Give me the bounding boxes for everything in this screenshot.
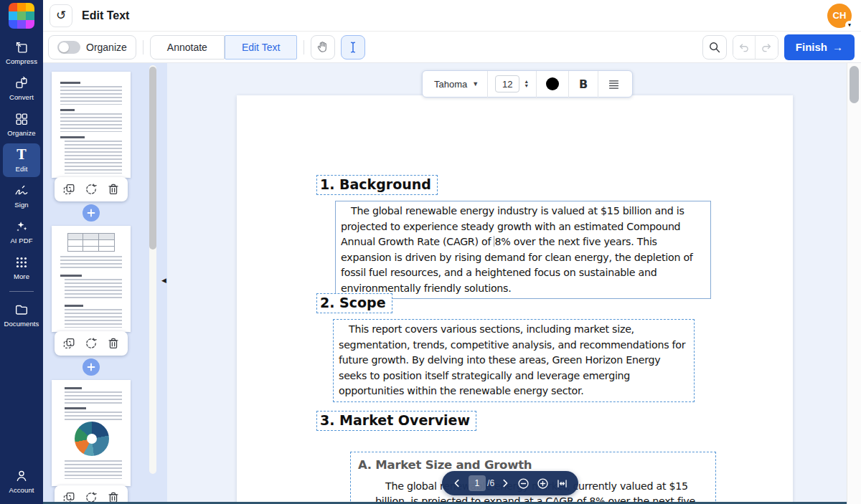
thumbnail-actions (55, 177, 128, 201)
text-color-swatch[interactable] (546, 77, 559, 90)
toolbar-separator (304, 40, 304, 54)
page-navigator: 1 /6 (442, 471, 578, 495)
finish-button[interactable]: Finish → (784, 34, 855, 60)
text-cursor-tool-button[interactable] (341, 35, 365, 60)
undo-button[interactable] (733, 36, 756, 59)
sidebar-item-compress[interactable]: Compress (3, 36, 40, 70)
edit-toolbar: Organize Annotate Edit Text (43, 32, 861, 63)
compress-icon (14, 39, 29, 55)
scrollbar-thumb[interactable] (850, 66, 859, 103)
hand-icon (316, 40, 330, 54)
bold-button[interactable]: B (569, 77, 598, 91)
edit-text-button[interactable]: Edit Text (225, 35, 297, 60)
annotate-button[interactable]: Annotate (150, 35, 225, 60)
font-family-select[interactable]: Tahoma ▼ (425, 79, 487, 90)
convert-icon (14, 75, 29, 91)
redo-icon (760, 41, 773, 54)
redo-button[interactable] (756, 36, 778, 59)
total-pages-label: /6 (487, 478, 494, 488)
sidebar-divider (9, 291, 34, 292)
edit-text-icon: T (17, 147, 26, 163)
align-justify-button[interactable] (598, 78, 629, 90)
ibeam-cursor-icon (347, 40, 359, 54)
app-sidebar: Compress Convert Organize T Edit Sign AI… (0, 0, 43, 504)
add-page-button[interactable] (83, 358, 100, 376)
page-thumbnail[interactable] (52, 226, 131, 332)
scrollbar-thumb[interactable] (149, 67, 156, 249)
grid-dots-icon (14, 255, 29, 270)
sidebar-item-documents[interactable]: Documents (3, 298, 40, 332)
canvas-scrollbar[interactable] (847, 63, 861, 504)
sidebar-item-ai-pdf[interactable]: AI PDF (3, 215, 40, 249)
zoom-out-button[interactable] (517, 477, 530, 490)
organize-toggle-button[interactable]: Organize (48, 35, 136, 60)
organize-toggle[interactable] (57, 41, 80, 54)
pie-chart-thumbnail (75, 422, 109, 456)
restart-button[interactable]: ↺ (50, 4, 72, 27)
sidebar-item-label: Sign (14, 201, 28, 209)
page-thumbnail[interactable] (52, 72, 131, 178)
sidebar-item-label: More (14, 272, 29, 280)
rotate-icon[interactable] (83, 336, 99, 351)
sidebar-item-label: Documents (4, 320, 39, 328)
trash-icon[interactable] (105, 181, 121, 197)
avatar[interactable]: CH ▾ (827, 4, 852, 28)
chevron-down-icon: ▾ (845, 21, 854, 29)
sidebar-item-account[interactable]: Account (3, 465, 40, 498)
signature-icon (14, 183, 29, 199)
hand-tool-button[interactable] (311, 35, 335, 60)
thumbnail-scrollbar[interactable] (149, 65, 156, 474)
duplicate-icon[interactable] (61, 336, 77, 351)
doc-heading-background[interactable]: 1. Background (316, 175, 438, 195)
font-size-stepper[interactable]: 12 ▲▼ (488, 75, 536, 92)
organize-icon (14, 111, 29, 127)
sidebar-item-edit[interactable]: T Edit (3, 143, 40, 177)
doc-paragraph-scope[interactable]: This report covers various sections, inc… (333, 319, 695, 402)
page-thumbnail[interactable] (52, 380, 131, 486)
rotate-icon[interactable] (83, 181, 99, 197)
organize-label: Organize (86, 42, 127, 53)
sidebar-item-sign[interactable]: Sign (3, 179, 40, 213)
folder-icon (14, 302, 29, 318)
app-logo[interactable] (9, 3, 34, 29)
decrease-size-icon[interactable]: ▼ (524, 84, 529, 89)
chevron-down-icon: ▼ (472, 80, 479, 87)
current-page-field[interactable]: 1 (469, 475, 486, 491)
arrow-right-icon: → (832, 41, 843, 53)
font-size-value[interactable]: 12 (495, 75, 519, 92)
doc-paragraph-background[interactable]: The global renewable energy industry is … (335, 201, 711, 299)
search-icon (707, 40, 721, 54)
doc-heading-scope[interactable]: 2. Scope (316, 293, 392, 313)
doc-heading-market-overview[interactable]: 3. Market Overview (316, 411, 476, 431)
restart-icon: ↺ (56, 8, 66, 23)
trash-icon[interactable] (105, 336, 121, 351)
page-title: Edit Text (82, 9, 129, 22)
thumbnail-panel: 1 (43, 63, 167, 504)
document-canvas: 1. Background The global renewable energ… (167, 63, 847, 504)
finish-label: Finish (796, 41, 827, 53)
undo-icon (738, 41, 751, 54)
text-format-toolbar: Tahoma ▼ 12 ▲▼ B (422, 70, 633, 98)
sidebar-item-label: Edit (16, 165, 28, 173)
page-thumbnail-3: 3 (52, 380, 131, 504)
sidebar-item-label: Compress (6, 57, 37, 65)
thumbnail-actions (55, 331, 128, 356)
font-family-value: Tahoma (434, 79, 467, 90)
sidebar-item-more[interactable]: More (3, 251, 40, 285)
sidebar-item-organize[interactable]: Organize (3, 108, 40, 141)
document-page[interactable]: 1. Background The global renewable energ… (237, 95, 793, 504)
search-button[interactable] (702, 35, 727, 60)
sidebar-item-label: Organize (7, 129, 35, 137)
sidebar-item-label: Account (9, 486, 34, 494)
collapse-panel-arrow[interactable]: ◀ (161, 277, 166, 284)
zoom-in-button[interactable] (536, 477, 550, 490)
previous-page-button[interactable] (452, 478, 462, 488)
top-header: ↺ Edit Text CH ▾ (43, 0, 861, 32)
duplicate-icon[interactable] (61, 181, 77, 197)
sidebar-item-label: Convert (9, 93, 34, 101)
next-page-button[interactable] (500, 478, 510, 488)
sidebar-item-label: AI PDF (10, 237, 32, 244)
sidebar-item-convert[interactable]: Convert (3, 72, 40, 105)
fit-width-button[interactable] (556, 477, 568, 490)
add-page-button[interactable] (83, 204, 100, 222)
